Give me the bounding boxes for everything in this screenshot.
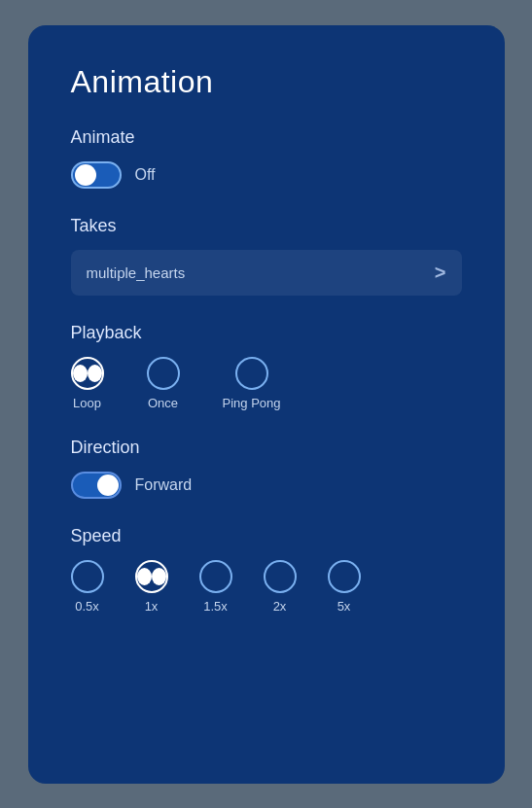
page-title: Animation (71, 64, 462, 100)
speed-1.5x-label: 1.5x (203, 599, 228, 614)
speed-5x-radio (328, 560, 361, 593)
speed-1x-label: 1x (145, 599, 159, 614)
playback-pingpong[interactable]: Ping Pong (223, 357, 281, 410)
speed-1.5x-radio (199, 560, 232, 593)
playback-label: Playback (71, 323, 462, 343)
takes-row[interactable]: multiple_hearts > (71, 250, 462, 296)
chevron-right-icon: > (435, 262, 446, 284)
playback-loop[interactable]: Loop (71, 357, 104, 410)
speed-1x-inner (137, 568, 152, 585)
speed-0.5x-label: 0.5x (75, 599, 99, 614)
speed-1x-radio (135, 560, 168, 593)
playback-once[interactable]: Once (147, 357, 180, 410)
playback-loop-radio (71, 357, 104, 390)
speed-0.5x[interactable]: 0.5x (71, 560, 104, 614)
animate-label: Animate (71, 127, 462, 148)
playback-radio-group: Loop Once Ping Pong (71, 357, 462, 410)
direction-toggle-knob (97, 474, 119, 496)
playback-loop-label: Loop (73, 396, 101, 410)
direction-toggle-row: Forward (71, 472, 462, 499)
takes-label: Takes (71, 216, 462, 236)
direction-section: Direction Forward (71, 438, 462, 499)
speed-1.5x[interactable]: 1.5x (199, 560, 232, 614)
animate-toggle[interactable] (71, 161, 122, 189)
animate-toggle-row: Off (71, 161, 462, 189)
animation-panel: Animation Animate Off Takes multiple_hea… (28, 25, 505, 784)
takes-value: multiple_hearts (87, 264, 186, 281)
speed-section: Speed 0.5x 1x 1.5x (71, 526, 462, 614)
animate-state-label: Off (135, 166, 156, 184)
playback-loop-inner (73, 365, 88, 382)
playback-pingpong-radio (235, 357, 268, 390)
playback-once-label: Once (148, 396, 178, 410)
animate-section: Animate Off (71, 127, 462, 189)
speed-1x[interactable]: 1x (135, 560, 168, 614)
direction-toggle[interactable] (71, 472, 122, 499)
direction-label: Direction (71, 438, 462, 458)
speed-2x-radio (264, 560, 297, 593)
speed-2x-label: 2x (273, 599, 287, 614)
speed-radio-group: 0.5x 1x 1.5x 2x (71, 560, 462, 614)
speed-5x-label: 5x (337, 599, 351, 614)
playback-once-radio (147, 357, 180, 390)
speed-label: Speed (71, 526, 462, 546)
speed-2x[interactable]: 2x (264, 560, 297, 614)
takes-section: Takes multiple_hearts > (71, 216, 462, 296)
speed-5x[interactable]: 5x (328, 560, 361, 614)
animate-toggle-knob (75, 164, 96, 186)
speed-0.5x-radio (71, 560, 104, 593)
direction-state-label: Forward (135, 476, 193, 494)
playback-pingpong-label: Ping Pong (223, 396, 281, 410)
playback-section: Playback Loop Once Ping Pong (71, 323, 462, 410)
